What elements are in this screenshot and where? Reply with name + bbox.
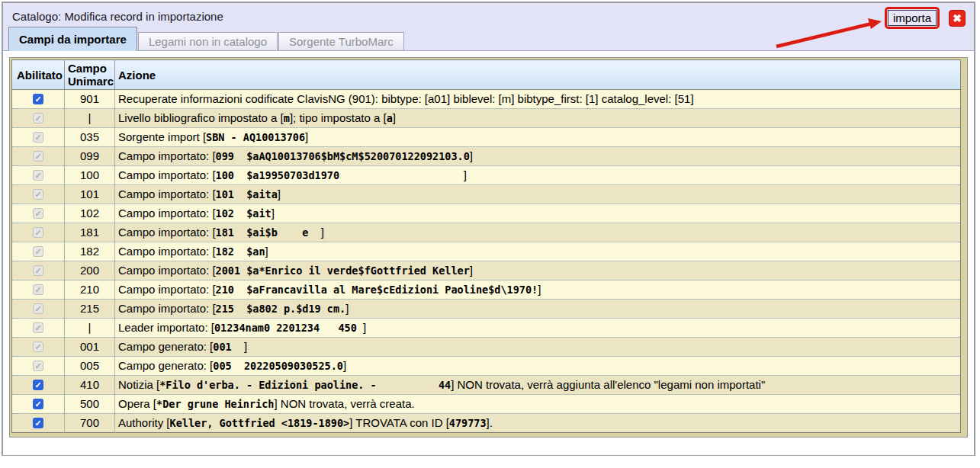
abilitato-cell: ✓ (12, 395, 65, 414)
azione-text: ] TROVATA con ID [ (349, 416, 449, 429)
campo-unimarc-cell: 001 (65, 338, 115, 357)
check-icon: ✓ (34, 114, 43, 123)
annotation-arrow-icon (766, 14, 892, 50)
abilitato-cell: ✓ (12, 357, 65, 376)
azione-cell: Authority [Keller, Gottfried <1819-1890>… (115, 414, 961, 433)
check-icon: ✓ (34, 266, 43, 275)
table-row: ✓001Campo generato: [001 ] (12, 338, 961, 357)
table-row: ✓410Notizia [*Filo d'erba. - Edizioni pa… (12, 376, 961, 395)
table-row: ✓100Campo importato: [100 $a19950703d197… (12, 166, 961, 185)
table-row: ✓099Campo importato: [099 $aAQ10013706$b… (12, 147, 961, 166)
campo-unimarc-cell: 100 (65, 166, 115, 185)
marc-value: 099 $aAQ10013706$bM$cM$520070122092103.0 (216, 150, 470, 162)
azione-text: Notizia [ (118, 378, 159, 391)
row-checkbox-checked[interactable]: ✓ (33, 418, 43, 428)
row-checkbox-disabled: ✓ (33, 284, 43, 295)
column-header-campo-unimarc: CampoUnimarc (65, 60, 115, 90)
row-checkbox-disabled: ✓ (33, 189, 43, 200)
content-area: Abilitato CampoUnimarc Azione ✓901Recupe… (3, 51, 974, 455)
azione-text: ] (470, 264, 473, 277)
campo-unimarc-cell: 200 (65, 261, 115, 280)
abilitato-cell: ✓ (12, 414, 65, 433)
row-checkbox-checked[interactable]: ✓ (33, 94, 43, 104)
abilitato-cell: ✓ (12, 319, 65, 338)
azione-text: Campo importato: [ (118, 207, 216, 220)
campo-unimarc-cell: 005 (65, 357, 115, 376)
page-title: Catalogo: Modifica record in importazion… (12, 10, 223, 23)
table-row: ✓181Campo importato: [181 $ai$b e ] (12, 223, 961, 242)
abilitato-cell: ✓ (12, 223, 65, 242)
campo-unimarc-cell: | (65, 319, 115, 338)
azione-text: ] (278, 188, 281, 200)
tab-sorgente-turbomarc[interactable]: Sorgente TurboMarc (278, 32, 404, 51)
row-checkbox-disabled: ✓ (33, 361, 43, 371)
tab-bar: Campi da importare Legami non in catalog… (8, 27, 405, 51)
table-row: ✓101Campo importato: [101 $aita] (12, 185, 961, 204)
check-icon: ✓ (33, 380, 43, 390)
table-row: ✓182Campo importato: [182 $an] (12, 242, 961, 261)
campo-unimarc-cell: 215 (65, 300, 115, 319)
campo-unimarc-cell: 500 (65, 395, 115, 414)
dialog-window: Catalogo: Modifica record in importazion… (2, 2, 975, 456)
campo-unimarc-cell: 182 (65, 242, 115, 261)
azione-text: Campo importato: [ (118, 226, 216, 239)
azione-cell: Campo generato: [005 20220509030525.0] (115, 357, 961, 376)
azione-cell: Campo importato: [181 $ai$b e ] (115, 223, 961, 242)
azione-text: ] (538, 283, 541, 296)
azione-cell: Campo importato: [182 $an] (115, 242, 961, 261)
azione-text: Campo importato: [ (118, 149, 216, 162)
table-row: ✓035Sorgente import [SBN - AQ10013706] (12, 128, 961, 147)
column-header-abilitato: Abilitato (12, 60, 65, 90)
row-checkbox-disabled: ✓ (33, 246, 43, 257)
abilitato-cell: ✓ (12, 204, 65, 223)
marc-value: 181 $ai$b e (216, 226, 321, 239)
table-header-row: Abilitato CampoUnimarc Azione (12, 60, 961, 90)
table-row: ✓|Livello bibliografico impostato a [m];… (12, 109, 961, 128)
azione-text: Opera [ (118, 397, 156, 410)
importa-button[interactable]: importa (888, 10, 937, 26)
azione-cell: Leader importato: [01234nam0 2201234 450… (115, 319, 961, 338)
tab-campi-da-importare[interactable]: Campi da importare (8, 27, 137, 51)
marc-value: *Filo d'erba. - Edizioni paoline. - 44 (159, 379, 451, 391)
azione-text: Campo importato: [ (118, 188, 216, 200)
row-checkbox-checked[interactable]: ✓ (33, 380, 43, 390)
title-bar: Catalogo: Modifica record in importazion… (3, 3, 974, 51)
marc-value: 479773 (449, 417, 487, 429)
marc-value: SBN - AQ10013706 (206, 131, 305, 143)
marc-value: m (284, 112, 290, 124)
azione-cell: Sorgente import [SBN - AQ10013706] (115, 128, 961, 147)
table-row: ✓901Recuperate informazioni codificate C… (12, 90, 961, 109)
row-checkbox-disabled: ✓ (33, 341, 43, 352)
tab-legami-non-in-catalogo[interactable]: Legami non in catalogo (138, 32, 278, 51)
azione-cell: Campo importato: [210 $aFrancavilla al M… (115, 280, 961, 300)
check-icon: ✓ (34, 304, 43, 313)
azione-cell: Campo importato: [102 $ait] (115, 204, 961, 223)
check-icon: ✓ (34, 228, 43, 237)
close-icon[interactable]: ✖ (949, 10, 966, 27)
check-icon: ✓ (33, 399, 43, 409)
campo-unimarc-cell: 102 (65, 204, 115, 223)
abilitato-cell: ✓ (12, 338, 65, 357)
azione-text: Campo importato: [ (118, 264, 216, 277)
azione-text: ] (343, 359, 346, 372)
azione-text: Recuperate informazioni codificate Clavi… (118, 92, 694, 105)
azione-text: ]; tipo impostato a [ (290, 111, 387, 124)
azione-cell: Livello bibliografico impostato a [m]; t… (115, 109, 961, 128)
table-row: ✓210Campo importato: [210 $aFrancavilla … (12, 280, 961, 300)
table-row: ✓200Campo importato: [2001 $a*Enrico il … (12, 261, 961, 280)
azione-text: ] (464, 168, 467, 181)
marc-value: 182 $an (216, 245, 265, 258)
azione-text: Sorgente import [ (118, 130, 206, 143)
check-icon: ✓ (34, 285, 43, 294)
azione-text: ] (393, 111, 396, 124)
campo-unimarc-cell: 035 (65, 128, 115, 147)
row-checkbox-checked[interactable]: ✓ (33, 399, 43, 409)
azione-text: ] (345, 302, 349, 315)
row-checkbox-disabled: ✓ (33, 208, 43, 219)
azione-text: ] (272, 207, 275, 220)
table-row: ✓102Campo importato: [102 $ait] (12, 204, 961, 223)
abilitato-cell: ✓ (12, 90, 65, 109)
azione-text: ] (265, 245, 268, 258)
azione-cell: Notizia [*Filo d'erba. - Edizioni paolin… (115, 376, 961, 395)
table-row: ✓215Campo importato: [215 $a802 p.$d19 c… (12, 300, 961, 319)
